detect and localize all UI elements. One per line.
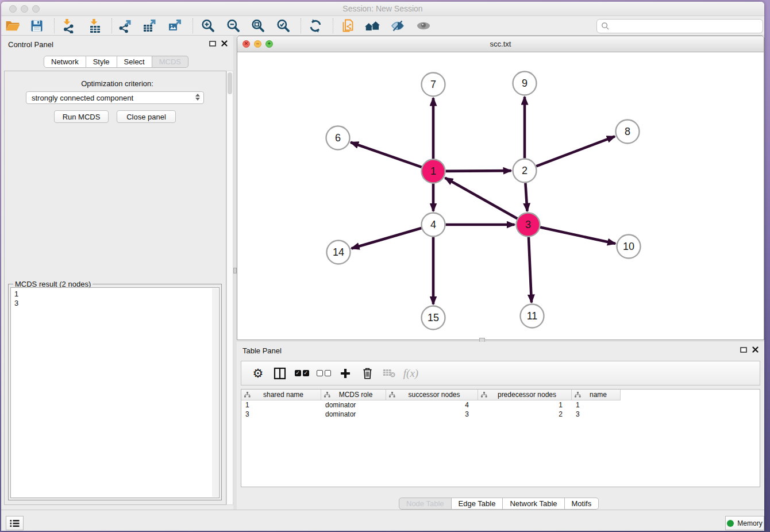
zoom-out-icon[interactable] bbox=[225, 18, 241, 34]
search-icon bbox=[601, 22, 610, 30]
svg-text:4: 4 bbox=[430, 219, 436, 230]
network-window-titlebar[interactable]: ✕ − + scc.txt bbox=[237, 36, 764, 52]
criterion-select[interactable]: strongly connected component bbox=[26, 91, 204, 104]
graph-node-6[interactable]: 6 bbox=[326, 126, 350, 150]
task-list-button[interactable] bbox=[6, 516, 24, 530]
control-panel-title: Control Panel bbox=[8, 40, 53, 49]
close-panel-button[interactable]: Close panel bbox=[117, 110, 176, 123]
main-toolbar bbox=[1, 16, 764, 36]
table-row[interactable]: 1dominator411 bbox=[241, 400, 760, 410]
table-cell[interactable]: 1 bbox=[241, 400, 321, 410]
eye-icon[interactable] bbox=[415, 18, 432, 34]
graph-node-9[interactable]: 9 bbox=[513, 72, 537, 95]
checked-checkboxes-icon[interactable]: ✓✓ bbox=[291, 361, 313, 385]
zoom-fit-icon[interactable] bbox=[250, 18, 266, 34]
function-builder-icon[interactable]: f(x) bbox=[400, 361, 422, 385]
graph-edge-3-1[interactable] bbox=[445, 178, 517, 219]
toolbar-separator bbox=[54, 18, 55, 33]
import-network-icon[interactable] bbox=[60, 18, 76, 34]
save-icon[interactable] bbox=[29, 18, 45, 34]
graph-node-10[interactable]: 10 bbox=[617, 235, 641, 259]
column-header-MCDS-role[interactable]: MCDS role bbox=[321, 390, 386, 400]
graph-edge-2-8[interactable] bbox=[536, 136, 615, 166]
graph-edge-4-14[interactable] bbox=[352, 228, 422, 248]
close-panel-icon[interactable] bbox=[221, 40, 228, 47]
toolbar-separator bbox=[301, 18, 301, 33]
node-table: shared nameMCDS rolesuccessor nodesprede… bbox=[241, 389, 760, 487]
column-header-predecessor-nodes[interactable]: predecessor nodes bbox=[478, 390, 572, 400]
houses-icon[interactable] bbox=[364, 18, 380, 34]
graph-node-15[interactable]: 15 bbox=[422, 306, 445, 330]
unchecked-checkboxes-icon[interactable] bbox=[313, 361, 334, 385]
export-network-icon[interactable] bbox=[117, 18, 133, 34]
table-cell[interactable]: dominator bbox=[321, 410, 386, 419]
table-row[interactable]: 3dominator323 bbox=[241, 410, 760, 419]
graph-edge-3-10[interactable] bbox=[540, 228, 615, 244]
tab-select[interactable]: Select bbox=[117, 56, 152, 68]
table-cell[interactable]: 3 bbox=[386, 410, 478, 419]
network-document-icon[interactable] bbox=[340, 18, 356, 34]
graph-edge-1-2[interactable] bbox=[445, 171, 511, 171]
table-cell[interactable]: 3 bbox=[241, 410, 321, 419]
toolbar-separator bbox=[192, 18, 193, 33]
column-header-name[interactable]: name bbox=[572, 390, 621, 400]
svg-text:9: 9 bbox=[522, 78, 528, 89]
refresh-icon[interactable] bbox=[307, 18, 324, 34]
graph-node-2[interactable]: 2 bbox=[513, 159, 537, 183]
eye-strikethrough-icon[interactable] bbox=[390, 18, 406, 34]
tab-style[interactable]: Style bbox=[86, 56, 117, 68]
table-cell[interactable]: 3 bbox=[572, 410, 621, 419]
svg-text:15: 15 bbox=[428, 312, 439, 323]
network-canvas[interactable]: 1234678910111415 bbox=[237, 52, 764, 340]
memory-button[interactable]: Memory bbox=[725, 516, 764, 530]
gear-icon[interactable]: ⚙ bbox=[247, 361, 269, 385]
export-table-icon[interactable] bbox=[142, 18, 158, 34]
open-folder-icon[interactable] bbox=[5, 18, 21, 34]
column-header-successor-nodes[interactable]: successor nodes bbox=[386, 390, 478, 400]
float-table-panel-icon[interactable] bbox=[740, 347, 747, 353]
delete-table-icon[interactable] bbox=[378, 361, 400, 385]
split-columns-icon[interactable] bbox=[269, 361, 291, 385]
mcds-result-textarea[interactable]: 1 3 bbox=[10, 287, 220, 498]
trash-icon[interactable] bbox=[356, 361, 378, 385]
zoom-in-icon[interactable] bbox=[200, 18, 216, 34]
tab-motifs[interactable]: Motifs bbox=[565, 498, 599, 510]
tab-mcds[interactable]: MCDS bbox=[152, 56, 188, 68]
table-cell[interactable]: dominator bbox=[321, 400, 386, 410]
table-panel: Table Panel ⚙ ✓✓ bbox=[237, 342, 764, 510]
column-header-shared-name[interactable]: shared name bbox=[241, 390, 321, 400]
mcds-result-scrollbar[interactable] bbox=[212, 288, 218, 497]
plus-icon[interactable] bbox=[334, 361, 356, 385]
table-cell[interactable]: 2 bbox=[478, 410, 572, 419]
float-panel-icon[interactable] bbox=[209, 41, 216, 47]
run-mcds-button[interactable]: Run MCDS bbox=[54, 110, 109, 123]
graph-edge-1-6[interactable] bbox=[351, 142, 422, 167]
graph-edge-3-11[interactable] bbox=[529, 237, 532, 302]
graph-edge-2-3[interactable] bbox=[525, 183, 527, 211]
search-input[interactable] bbox=[596, 19, 763, 33]
zoom-selected-icon[interactable] bbox=[275, 18, 291, 34]
tab-edge-table[interactable]: Edge Table bbox=[452, 498, 503, 510]
table-toolbar: ⚙ ✓✓ bbox=[241, 361, 760, 385]
tab-node-table[interactable]: Node Table bbox=[399, 498, 452, 510]
table-cell[interactable]: 4 bbox=[386, 400, 478, 410]
graph-node-11[interactable]: 11 bbox=[521, 304, 544, 328]
export-image-icon[interactable] bbox=[167, 18, 183, 34]
table-cell[interactable]: 1 bbox=[478, 400, 572, 410]
graph-node-1[interactable]: 1 bbox=[422, 160, 445, 183]
graph-node-3[interactable]: 3 bbox=[517, 213, 540, 237]
svg-text:1: 1 bbox=[430, 165, 436, 177]
graph-node-8[interactable]: 8 bbox=[616, 120, 640, 144]
graph-node-4[interactable]: 4 bbox=[422, 213, 445, 237]
close-table-panel-icon[interactable] bbox=[752, 346, 759, 353]
import-table-icon[interactable] bbox=[87, 18, 103, 34]
network-window-title: scc.txt bbox=[237, 40, 764, 48]
tab-network-table[interactable]: Network Table bbox=[503, 498, 564, 510]
tab-network[interactable]: Network bbox=[44, 56, 86, 68]
graph-node-7[interactable]: 7 bbox=[422, 73, 445, 97]
status-bar: Memory bbox=[1, 510, 764, 531]
graph-node-14[interactable]: 14 bbox=[327, 241, 351, 264]
svg-text:6: 6 bbox=[335, 132, 341, 144]
control-panel-scrollbar[interactable] bbox=[226, 71, 233, 505]
table-cell[interactable]: 1 bbox=[572, 400, 621, 410]
